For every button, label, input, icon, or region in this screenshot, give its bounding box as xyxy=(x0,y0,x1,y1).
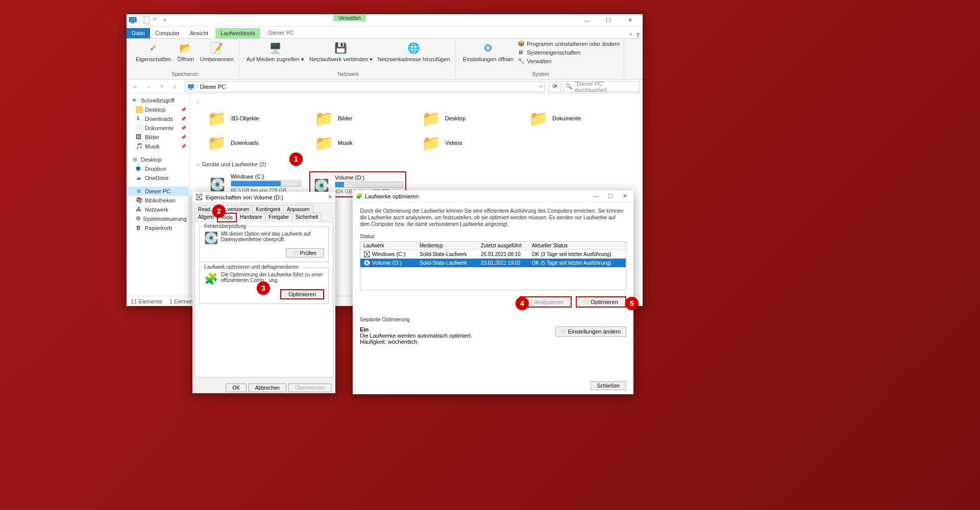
col-media[interactable]: Medientyp xyxy=(416,242,478,249)
table-row[interactable]: 💽 Windows (C:) Solid-State-Laufwerk 26.0… xyxy=(360,250,626,259)
up-button[interactable]: ↑ xyxy=(169,81,181,92)
dropbox-icon: ⬢ xyxy=(136,165,143,172)
apply-button[interactable]: Übernehmen xyxy=(288,384,331,392)
folder-label: 3D-Objekte xyxy=(231,115,259,121)
properties-button[interactable]: ✓ Eigenschaften xyxy=(134,40,174,71)
tab-hardware[interactable]: Hardware xyxy=(236,213,265,222)
document-icon[interactable] xyxy=(142,16,151,24)
tab-drivetools[interactable]: Laufwerktools xyxy=(215,28,260,38)
search-input[interactable]: 🔍 "Dieser PC" durchsuchen xyxy=(563,81,640,92)
close-button[interactable]: ✕ xyxy=(619,193,630,199)
refresh-button[interactable]: ⟳ xyxy=(549,81,561,92)
open-button[interactable]: 📂 Öffnen xyxy=(175,40,197,71)
close-button[interactable]: ✕ xyxy=(328,194,332,200)
tab-customize[interactable]: Anpassen xyxy=(283,205,313,213)
sysprops-button[interactable]: 🖥Systemeigenschaften xyxy=(517,48,621,57)
uninstall-button[interactable]: 📦Programm uninstallieren oder ändern xyxy=(517,40,621,48)
cancel-button[interactable]: Abbrechen xyxy=(249,384,286,392)
folder-downloads[interactable]: 📁Downloads xyxy=(206,133,293,153)
ribbon-content: ✓ Eigenschaften 📂 Öffnen 📝 Umbenennen Sp… xyxy=(127,39,643,80)
rename-label: Umbenennen xyxy=(200,56,234,62)
sidebar-item-onedrive[interactable]: ☁OneDrive xyxy=(128,173,188,183)
forward-button[interactable]: → xyxy=(143,81,154,92)
sidebar-item-pictures[interactable]: 🖼Bilder📌 xyxy=(128,133,188,142)
help-icon[interactable]: ? xyxy=(636,32,640,38)
table-row[interactable]: 💽 Volume (D:) Solid-State-Laufwerk 23.01… xyxy=(360,259,626,267)
group-network-label: Netzwerk xyxy=(337,71,359,78)
settings-label: Einstellungen öffnen xyxy=(463,56,514,62)
breadcrumb[interactable]: › Dieser PC ▾ xyxy=(185,81,545,92)
optimize-action-button[interactable]: 🛡Optimieren xyxy=(576,296,626,308)
folder-icon: 📁 xyxy=(313,133,334,153)
manage-button[interactable]: 🔧Verwalten xyxy=(517,57,621,65)
tab-security[interactable]: Sicherheit xyxy=(292,213,322,222)
sidebar-item-documents[interactable]: 📄Dokumente📌 xyxy=(128,123,188,133)
sidebar-item-label: Schnellzugriff xyxy=(141,97,175,104)
sidebar-item-controlpanel[interactable]: ⚙Systemsteuerung xyxy=(128,214,188,223)
group-system-label: System xyxy=(532,71,549,78)
folder-icon xyxy=(136,106,143,113)
netaddr-icon: 🌐 xyxy=(407,41,421,55)
sidebar-quick-access[interactable]: ★Schnellzugriff xyxy=(128,96,188,105)
sidebar-item-downloads[interactable]: ⬇Downloads📌 xyxy=(128,114,188,123)
sidebar-item-music[interactable]: 🎵Musik📌 xyxy=(128,142,188,151)
col-last[interactable]: Zuletzt ausgeführt xyxy=(478,242,529,249)
properties-title: Eigenschaften von Volume (D:) xyxy=(206,194,283,200)
drive-icon: 💽 xyxy=(363,251,371,257)
settings-button[interactable]: ⚙ Einstellungen öffnen xyxy=(461,40,516,71)
folder-documents[interactable]: 📁Dokumente xyxy=(528,108,615,129)
sidebar-item-thispc[interactable]: 🖥Dieser PC xyxy=(128,187,188,196)
minimize-button[interactable]: — xyxy=(576,15,598,26)
sidebar-desktop-root[interactable]: 🖥Desktop xyxy=(128,155,188,164)
check-button[interactable]: 🛡 Prüfen xyxy=(286,248,324,258)
recent-dropdown[interactable]: ▾ xyxy=(156,81,167,92)
col-drive[interactable]: Laufwerk xyxy=(360,242,416,249)
optimize-button-label: Optimieren xyxy=(288,291,316,297)
qat-dropdown-icon[interactable]: ▼ xyxy=(163,18,167,22)
tab-computer[interactable]: Computer xyxy=(150,28,185,38)
media-access-button[interactable]: 🖥️ Auf Medien zugreifen ▾ xyxy=(244,40,306,71)
add-netaddr-button[interactable]: 🌐 Netzwerkadresse hinzufügen xyxy=(376,40,452,71)
sidebar-item-recycle[interactable]: 🗑Papierkorb xyxy=(128,223,188,233)
close-dialog-button[interactable]: Schließen xyxy=(591,381,626,390)
group-storage-label: Speicherort xyxy=(172,71,198,78)
gear-icon: ⚙ xyxy=(481,41,495,55)
minimize-button[interactable]: — xyxy=(591,193,602,199)
tab-file[interactable]: Datei xyxy=(127,28,150,38)
tab-quota[interactable]: Kontingent xyxy=(252,205,284,213)
folder-music[interactable]: 📁Musik xyxy=(313,133,400,153)
drive-icon: 💽 xyxy=(208,173,227,192)
sidebar-item-libraries[interactable]: 📚Bibliotheken xyxy=(128,196,188,205)
col-state[interactable]: Aktueller Status xyxy=(529,242,626,249)
close-button[interactable]: ✕ xyxy=(619,15,641,26)
breadcrumb-text: Dieser PC xyxy=(200,84,226,90)
folder-icon: 📁 xyxy=(206,108,227,129)
rename-icon: 📝 xyxy=(210,41,224,55)
section-drives[interactable]: ⌄Geräte und Laufwerke (2) xyxy=(196,159,636,169)
folder-videos[interactable]: 📁Videos xyxy=(421,133,507,153)
tab-sharing[interactable]: Freigabe xyxy=(265,213,292,222)
folder-pictures[interactable]: 📁Bilder xyxy=(313,108,400,129)
folder-3d-objects[interactable]: 📁3D-Objekte xyxy=(206,108,293,129)
maximize-button[interactable]: ☐ xyxy=(598,15,619,26)
change-settings-button[interactable]: 🛡Einstellungen ändern xyxy=(555,326,626,337)
breadcrumb-dropdown-icon[interactable]: ▾ xyxy=(540,84,542,89)
rename-button[interactable]: 📝 Umbenennen xyxy=(198,40,236,71)
undo-icon[interactable]: ↶ xyxy=(153,16,161,24)
map-drive-button[interactable]: 💾 Netzlaufwerk verbinden ▾ xyxy=(307,40,375,71)
sidebar-item-dropbox[interactable]: ⬢Dropbox xyxy=(128,164,188,173)
sidebar-item-desktop[interactable]: Desktop📌 xyxy=(128,105,188,114)
section-folders[interactable]: ⌄ xyxy=(196,97,636,106)
sidebar-item-network[interactable]: 🖧Netzwerk xyxy=(128,205,188,214)
tab-view[interactable]: Ansicht xyxy=(185,28,213,38)
ok-button[interactable]: OK xyxy=(226,384,246,392)
svg-rect-1 xyxy=(131,22,134,23)
optimize-button[interactable]: Optimieren xyxy=(280,289,324,299)
ribbon-collapse-icon[interactable]: ^ xyxy=(629,32,632,38)
optimize-label: Optimieren xyxy=(591,299,618,305)
maximize-button[interactable]: ☐ xyxy=(605,193,616,199)
cell-state: OK (3 Tage seit letzter Ausführung) xyxy=(529,250,626,258)
back-button[interactable]: ← xyxy=(130,81,141,92)
media-access-label: Auf Medien zugreifen ▾ xyxy=(247,56,304,63)
folder-desktop[interactable]: 📁Desktop xyxy=(421,108,507,129)
